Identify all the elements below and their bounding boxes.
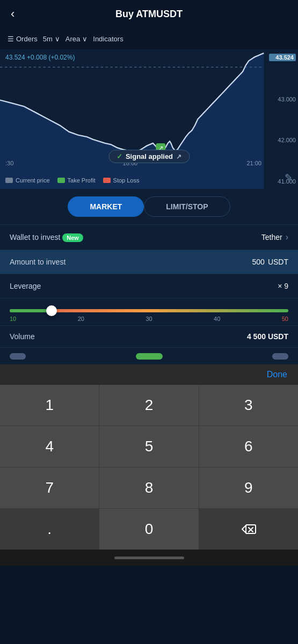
timeframe-chevron-icon: ∨ — [55, 35, 60, 43]
legend-profit: Take Profit — [57, 177, 96, 184]
header: ‹ Buy ATMUSDT — [0, 0, 298, 28]
chart-svg: ↗ — [0, 49, 298, 189]
volume-value: 4 500 USDT — [247, 332, 288, 341]
key-delete[interactable] — [199, 509, 298, 550]
key-9[interactable]: 9 — [199, 467, 298, 508]
key-8[interactable]: 8 — [99, 467, 198, 508]
price-tick-42000: 42.000 — [269, 137, 296, 143]
market-button[interactable]: MARKET — [68, 196, 144, 217]
legend-current: Current price — [5, 177, 50, 184]
key-7[interactable]: 7 — [0, 467, 99, 508]
chart-legend: Current price Take Profit Stop Loss — [5, 177, 139, 184]
price-tick-current: 43.524 — [269, 54, 296, 61]
limit-stop-button[interactable]: LIMIT/STOP — [144, 196, 230, 217]
indicators-label: Indicators — [93, 35, 123, 43]
chart-type-button[interactable]: Area ∨ — [66, 35, 88, 43]
stop-loss-dot — [103, 178, 111, 183]
orders-icon: ☰ — [8, 35, 14, 43]
wallet-row[interactable]: Wallet to invest New Tether › — [0, 225, 298, 250]
key-decimal[interactable]: . — [0, 509, 99, 550]
indicators-button[interactable]: Indicators — [93, 35, 123, 43]
key-1[interactable]: 1 — [0, 385, 99, 426]
chart-type-label: Area — [66, 35, 80, 43]
wallet-label: Wallet to invest New — [10, 233, 83, 241]
keyboard-done-bar: Done — [0, 364, 298, 385]
orders-button[interactable]: ☰ Orders — [8, 35, 38, 43]
home-bar — [114, 557, 184, 559]
done-button[interactable]: Done — [267, 370, 287, 379]
leverage-label: Leverage — [10, 282, 41, 290]
slider-labels: 10 20 30 40 50 — [10, 316, 288, 322]
toolbar: ☰ Orders 5m ∨ Area ∨ Indicators — [0, 28, 298, 49]
slider-track[interactable] — [10, 309, 288, 312]
partial-row — [0, 347, 298, 364]
time-tick-2: 21:00 — [246, 160, 261, 166]
trade-type-selector: MARKET LIMIT/STOP — [0, 189, 298, 225]
signal-arrow-icon: ↗ — [176, 153, 181, 160]
key-0[interactable]: 0 — [99, 509, 198, 550]
slider-label-20: 20 — [78, 316, 84, 322]
wallet-chevron-icon: › — [286, 232, 288, 242]
legend-loss: Stop Loss — [103, 177, 140, 184]
key-4[interactable]: 4 — [0, 426, 99, 467]
timeframe-label: 5m — [43, 35, 53, 43]
stop-loss-label: Stop Loss — [113, 177, 140, 184]
current-price-dot — [5, 178, 13, 183]
time-tick-0: :30 — [5, 160, 13, 166]
amount-row[interactable]: Amount to invest 500 USDT — [0, 250, 298, 274]
slider-label-10: 10 — [10, 316, 16, 322]
key-5[interactable]: 5 — [99, 426, 198, 467]
slider-label-40: 40 — [214, 316, 220, 322]
slider-area[interactable]: 10 20 30 40 50 — [0, 298, 298, 325]
keyboard-grid: 1 2 3 4 5 6 7 8 9 . 0 — [0, 385, 298, 550]
slider-thumb[interactable] — [46, 305, 57, 316]
leverage-value: × 9 — [278, 282, 288, 290]
chart-price-change: +0.008 (+0.02%) — [27, 54, 75, 61]
key-3[interactable]: 3 — [199, 385, 298, 426]
timeframe-button[interactable]: 5m ∨ — [43, 35, 60, 43]
page-title: Buy ATMUSDT — [115, 9, 183, 20]
leverage-row: Leverage × 9 — [0, 274, 298, 298]
wallet-value: Tether › — [261, 232, 288, 242]
price-axis: 43.524 43.000 42.000 41.000 — [267, 49, 298, 189]
chart-type-chevron-icon: ∨ — [82, 35, 88, 43]
take-profit-dot — [57, 178, 65, 183]
home-indicator — [0, 550, 298, 566]
take-profit-label: Take Profit — [68, 177, 96, 184]
slider-filled — [10, 309, 52, 312]
slider-label-30: 30 — [146, 316, 152, 322]
volume-row: Volume 4 500 USDT — [0, 325, 298, 347]
new-badge: New — [62, 233, 83, 242]
chart-price: 43.524 — [5, 54, 25, 61]
orders-label: Orders — [16, 35, 38, 43]
amount-currency: USDT — [268, 258, 288, 266]
signal-check-icon: ✓ — [117, 152, 122, 160]
signal-badge[interactable]: ✓ Signal applied ↗ — [108, 150, 190, 163]
volume-label: Volume — [10, 332, 35, 341]
amount-label: Amount to invest — [10, 258, 66, 266]
keyboard-container: Done 1 2 3 4 5 6 7 8 9 . 0 — [0, 364, 298, 550]
svg-marker-1 — [0, 53, 264, 189]
back-button[interactable]: ‹ — [11, 7, 14, 21]
chart-price-info: 43.524 +0.008 (+0.02%) — [5, 54, 75, 61]
key-6[interactable]: 6 — [199, 426, 298, 467]
form-area: Wallet to invest New Tether › Amount to … — [0, 225, 298, 364]
slider-label-50: 50 — [282, 316, 288, 322]
edit-icon[interactable]: ✎ — [285, 172, 293, 184]
current-price-label: Current price — [16, 177, 50, 184]
amount-value: 500 USDT — [252, 258, 288, 266]
price-tick-43000: 43.000 — [269, 96, 296, 103]
signal-label: Signal applied — [126, 152, 173, 160]
key-2[interactable]: 2 — [99, 385, 198, 426]
chart-container: 43.524 +0.008 (+0.02%) ↗ 43.524 43.000 4… — [0, 49, 298, 189]
